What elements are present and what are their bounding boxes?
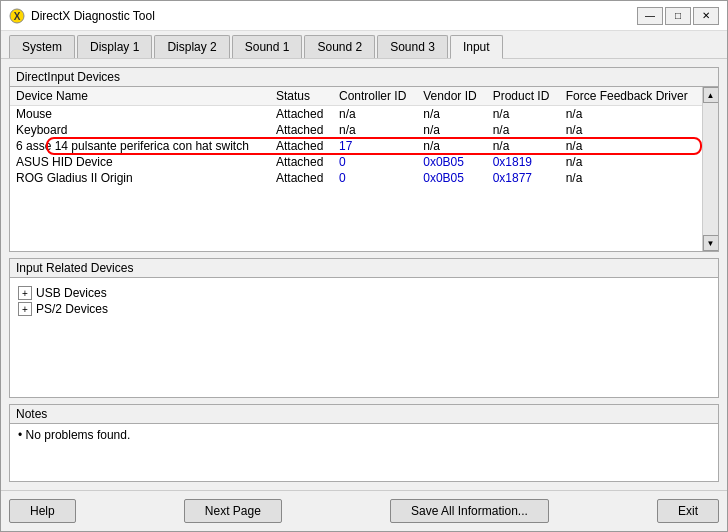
usb-label: USB Devices <box>36 286 107 300</box>
save-button[interactable]: Save All Information... <box>390 499 549 523</box>
table-cell: 0x0B05 <box>417 170 486 186</box>
table-cell: 0x1819 <box>487 154 560 170</box>
table-cell: n/a <box>487 106 560 123</box>
table-cell: ASUS HID Device <box>10 154 270 170</box>
table-cell: Attached <box>270 154 333 170</box>
tab-display2[interactable]: Display 2 <box>154 35 229 58</box>
scroll-up-button[interactable]: ▲ <box>703 87 719 103</box>
tree-item-ps2: + PS/2 Devices <box>18 302 710 316</box>
col-force-feedback: Force Feedback Driver <box>560 87 702 106</box>
scroll-track[interactable] <box>703 103 718 235</box>
table-scrollbar[interactable]: ▲ ▼ <box>702 87 718 251</box>
maximize-button[interactable]: □ <box>665 7 691 25</box>
col-product-id: Product ID <box>487 87 560 106</box>
col-controller-id: Controller ID <box>333 87 417 106</box>
table-row: MouseAttachedn/an/an/an/a <box>10 106 718 123</box>
table-row: ROG Gladius II OriginAttached00x0B050x18… <box>10 170 718 186</box>
notes-bullet: • <box>18 428 22 442</box>
table-cell: n/a <box>417 138 486 154</box>
devices-table-body: MouseAttachedn/an/an/an/aKeyboardAttache… <box>10 106 718 187</box>
table-cell: n/a <box>560 154 702 170</box>
table-cell: Mouse <box>10 106 270 123</box>
help-button[interactable]: Help <box>9 499 76 523</box>
direct-input-section: DirectInput Devices Device Name Status C… <box>9 67 719 252</box>
tab-system[interactable]: System <box>9 35 75 58</box>
table-cell: n/a <box>333 106 417 123</box>
table-cell: ROG Gladius II Origin <box>10 170 270 186</box>
table-cell: n/a <box>487 138 560 154</box>
input-related-header: Input Related Devices <box>10 259 718 278</box>
window-title: DirectX Diagnostic Tool <box>31 9 637 23</box>
table-cell: n/a <box>417 106 486 123</box>
ps2-label: PS/2 Devices <box>36 302 108 316</box>
footer: Help Next Page Save All Information... E… <box>1 490 727 531</box>
table-cell: Attached <box>270 138 333 154</box>
notes-text: No problems found. <box>26 428 131 442</box>
table-cell: n/a <box>333 122 417 138</box>
col-vendor-id: Vendor ID <box>417 87 486 106</box>
direct-input-table: Device Name Status Controller ID Vendor … <box>10 87 718 186</box>
input-related-content: + USB Devices + PS/2 Devices <box>10 278 718 398</box>
minimize-button[interactable]: — <box>637 7 663 25</box>
ps2-expander[interactable]: + <box>18 302 32 316</box>
col-status: Status <box>270 87 333 106</box>
table-cell: n/a <box>560 106 702 123</box>
tab-input[interactable]: Input <box>450 35 503 59</box>
table-cell: Attached <box>270 122 333 138</box>
table-row: ASUS HID DeviceAttached00x0B050x1819n/a <box>10 154 718 170</box>
table-cell: 0x0B05 <box>417 154 486 170</box>
table-cell: 0 <box>333 154 417 170</box>
content-area: DirectInput Devices Device Name Status C… <box>1 59 727 490</box>
table-cell: Attached <box>270 170 333 186</box>
tab-sound1[interactable]: Sound 1 <box>232 35 303 58</box>
table-cell: 0 <box>333 170 417 186</box>
tree-item-usb: + USB Devices <box>18 286 710 300</box>
table-row: 6 asse 14 pulsante periferica con hat sw… <box>10 138 718 154</box>
app-icon: X <box>9 8 25 24</box>
notes-content: • No problems found. <box>10 424 718 446</box>
tab-bar: System Display 1 Display 2 Sound 1 Sound… <box>1 31 727 59</box>
table-cell: n/a <box>560 138 702 154</box>
next-page-button[interactable]: Next Page <box>184 499 282 523</box>
exit-button[interactable]: Exit <box>657 499 719 523</box>
table-cell: Attached <box>270 106 333 123</box>
table-cell: n/a <box>417 122 486 138</box>
tab-sound2[interactable]: Sound 2 <box>304 35 375 58</box>
table-cell: n/a <box>560 122 702 138</box>
table-row: KeyboardAttachedn/an/an/an/a <box>10 122 718 138</box>
notes-header: Notes <box>10 405 718 424</box>
notes-section: Notes • No problems found. <box>9 404 719 482</box>
devices-table: Device Name Status Controller ID Vendor … <box>10 87 718 186</box>
tab-sound3[interactable]: Sound 3 <box>377 35 448 58</box>
table-cell: 17 <box>333 138 417 154</box>
col-device-name: Device Name <box>10 87 270 106</box>
main-window: X DirectX Diagnostic Tool — □ ✕ System D… <box>0 0 728 532</box>
table-cell: n/a <box>487 122 560 138</box>
scroll-down-button[interactable]: ▼ <box>703 235 719 251</box>
table-cell: Keyboard <box>10 122 270 138</box>
close-button[interactable]: ✕ <box>693 7 719 25</box>
tree-view: + USB Devices + PS/2 Devices <box>14 282 714 320</box>
table-cell: 6 asse 14 pulsante periferica con hat sw… <box>10 138 270 154</box>
input-related-section: Input Related Devices + USB Devices + PS… <box>9 258 719 398</box>
table-cell: n/a <box>560 170 702 186</box>
window-controls: — □ ✕ <box>637 7 719 25</box>
tab-display1[interactable]: Display 1 <box>77 35 152 58</box>
table-cell: 0x1877 <box>487 170 560 186</box>
usb-expander[interactable]: + <box>18 286 32 300</box>
svg-text:X: X <box>14 11 21 22</box>
direct-input-header: DirectInput Devices <box>10 68 718 87</box>
title-bar: X DirectX Diagnostic Tool — □ ✕ <box>1 1 727 31</box>
